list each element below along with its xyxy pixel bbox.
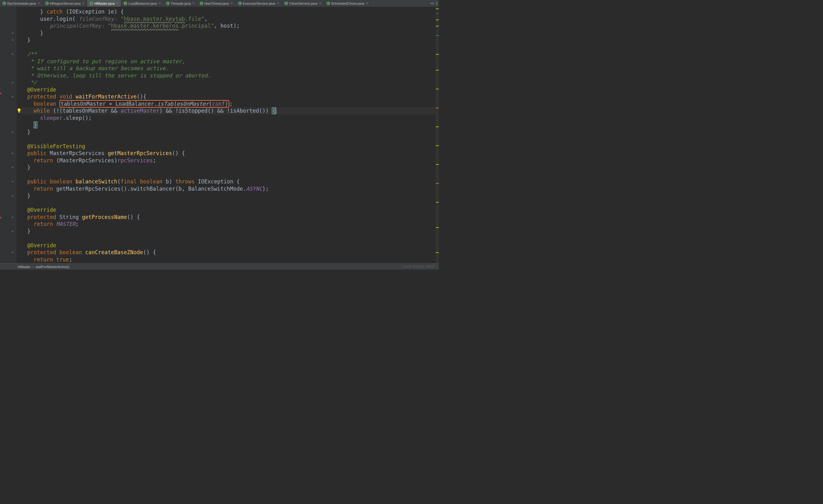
- warning-mark[interactable]: [436, 70, 439, 70]
- gutter-line[interactable]: ⊖: [0, 51, 16, 58]
- fold-icon[interactable]: ⊖: [12, 180, 14, 183]
- gutter-line[interactable]: [0, 72, 16, 79]
- code-line[interactable]: }: [21, 129, 439, 136]
- error-mark[interactable]: [436, 108, 439, 108]
- code-line[interactable]: @Override: [21, 86, 439, 94]
- code-line[interactable]: user.login( fileConfKey: "hbase.master.k…: [21, 15, 439, 23]
- info-mark[interactable]: [436, 35, 439, 36]
- gutter-line[interactable]: [0, 115, 16, 122]
- code-line[interactable]: } catch (IOException ie) {: [21, 8, 439, 15]
- code-line[interactable]: * If configured to put regions on active…: [21, 58, 439, 65]
- mark[interactable]: [436, 13, 439, 14]
- code-editor[interactable]: } catch (IOException ie) { user.login( f…: [16, 7, 439, 263]
- close-icon[interactable]: ×: [192, 2, 194, 5]
- fold-icon[interactable]: ⊖: [12, 230, 14, 233]
- tab[interactable]: ILoadBalancer.java×: [121, 0, 163, 7]
- code-line[interactable]: @Override: [21, 206, 439, 214]
- gutter-line[interactable]: 💡: [0, 107, 16, 115]
- code-line[interactable]: public MasterRpcServices getMasterRpcSer…: [21, 150, 439, 157]
- fold-icon[interactable]: ⊖: [12, 131, 14, 134]
- code-line[interactable]: return (MasterRpcServices)rpcServices;: [21, 157, 439, 164]
- gutter-line[interactable]: ⊖: [0, 192, 16, 199]
- code-line[interactable]: }: [21, 228, 439, 235]
- gutter-line[interactable]: ⊖: [0, 228, 16, 235]
- code-line[interactable]: [21, 136, 439, 143]
- marks-strip[interactable]: [436, 7, 439, 263]
- code-line[interactable]: }: [21, 122, 439, 129]
- gutter-line[interactable]: [0, 206, 16, 214]
- gutter-line[interactable]: [0, 44, 16, 51]
- tab[interactable]: CHRegionServer.java×: [43, 0, 88, 7]
- code-line[interactable]: }: [21, 164, 439, 171]
- warning-mark[interactable]: [436, 127, 439, 127]
- tabs-overflow[interactable]: ▾≡ 1: [429, 0, 439, 7]
- fold-icon[interactable]: ⊖: [12, 52, 14, 56]
- gutter-line[interactable]: ⊖: [0, 30, 16, 37]
- code-line[interactable]: @VisibleForTesting: [21, 143, 439, 150]
- code-line-current[interactable]: while (!(tablesOnMaster && activeMaster)…: [21, 107, 439, 115]
- tab[interactable]: CRpcScheduler.java×: [0, 0, 43, 7]
- code-line[interactable]: [21, 235, 439, 242]
- tab[interactable]: CChoreService.java×: [282, 0, 324, 7]
- gutter-line[interactable]: [0, 199, 16, 207]
- fold-icon[interactable]: ⊖: [12, 194, 14, 197]
- warning-mark[interactable]: [436, 89, 439, 90]
- code-line[interactable]: /**: [21, 51, 439, 58]
- gutter-line[interactable]: [0, 143, 16, 150]
- gutter-line[interactable]: [0, 242, 16, 249]
- close-icon[interactable]: ×: [319, 2, 321, 5]
- code-line[interactable]: return getMasterRpcServices().switchBala…: [21, 185, 439, 192]
- fold-icon[interactable]: ⊖: [12, 95, 14, 98]
- code-line[interactable]: [21, 171, 439, 178]
- code-line[interactable]: protected boolean canCreateBaseZNode() {: [21, 249, 439, 256]
- breakpoint-marker[interactable]: [0, 93, 1, 94]
- gutter-line[interactable]: [0, 136, 16, 143]
- gutter-line[interactable]: [0, 8, 16, 15]
- fold-icon[interactable]: ⊖: [12, 81, 14, 84]
- code-line[interactable]: }: [21, 30, 439, 37]
- code-line[interactable]: boolean tablesOnMaster = LoadBalancer.is…: [21, 100, 439, 108]
- code-line[interactable]: }: [21, 192, 439, 199]
- close-icon[interactable]: ×: [231, 2, 233, 5]
- fold-icon[interactable]: ⊖: [12, 152, 14, 155]
- gutter-line[interactable]: [0, 22, 16, 30]
- gutter-line[interactable]: ⊖: [0, 164, 16, 171]
- code-line[interactable]: * wait till a backup master becomes acti…: [21, 65, 439, 72]
- code-line[interactable]: return MASTER;: [21, 220, 439, 228]
- tab[interactable]: CHasThread.java×: [197, 0, 235, 7]
- gutter-line[interactable]: ⊖: [0, 36, 16, 44]
- code-line[interactable]: public boolean balanceSwitch(final boole…: [21, 178, 439, 185]
- fold-icon[interactable]: ⊖: [12, 166, 14, 169]
- code-line[interactable]: protected String getProcessName() {: [21, 214, 439, 221]
- gutter-line[interactable]: ⊖: [0, 129, 16, 136]
- gutter-line[interactable]: ⊖: [0, 79, 16, 86]
- breadcrumb-item[interactable]: waitForMasterActive(): [34, 265, 71, 269]
- warning-mark[interactable]: [436, 164, 439, 165]
- tab[interactable]: CThreads.java×: [164, 0, 197, 7]
- warning-mark[interactable]: [436, 19, 439, 20]
- gutter-line[interactable]: [0, 58, 16, 65]
- code-line[interactable]: @Override: [21, 242, 439, 249]
- breakpoint-marker[interactable]: [0, 217, 1, 218]
- intention-bulb-icon[interactable]: 💡: [16, 108, 22, 113]
- gutter-line[interactable]: [0, 65, 16, 72]
- warning-mark[interactable]: [436, 252, 439, 253]
- breadcrumb-item[interactable]: HMaster: [16, 265, 33, 269]
- gutter-line[interactable]: [0, 15, 16, 23]
- close-icon[interactable]: ×: [277, 2, 279, 5]
- code-line[interactable]: [21, 199, 439, 207]
- gutter-line[interactable]: ⊖: [0, 150, 16, 157]
- warning-mark[interactable]: [436, 54, 439, 55]
- gutter-line[interactable]: [0, 220, 16, 228]
- gutter-line[interactable]: ⊖: [0, 178, 16, 185]
- warning-mark[interactable]: [436, 145, 439, 146]
- gutter-line[interactable]: [0, 122, 16, 129]
- gutter-line[interactable]: [0, 235, 16, 242]
- gutter-line[interactable]: [0, 157, 16, 164]
- fold-icon[interactable]: ⊖: [12, 38, 14, 41]
- tab[interactable]: CScheduledChore.java×: [324, 0, 371, 7]
- code-line[interactable]: [21, 44, 439, 51]
- code-line[interactable]: * Otherwise, loop till the server is sto…: [21, 72, 439, 79]
- warning-mark[interactable]: [436, 8, 439, 9]
- close-icon[interactable]: ×: [117, 2, 118, 5]
